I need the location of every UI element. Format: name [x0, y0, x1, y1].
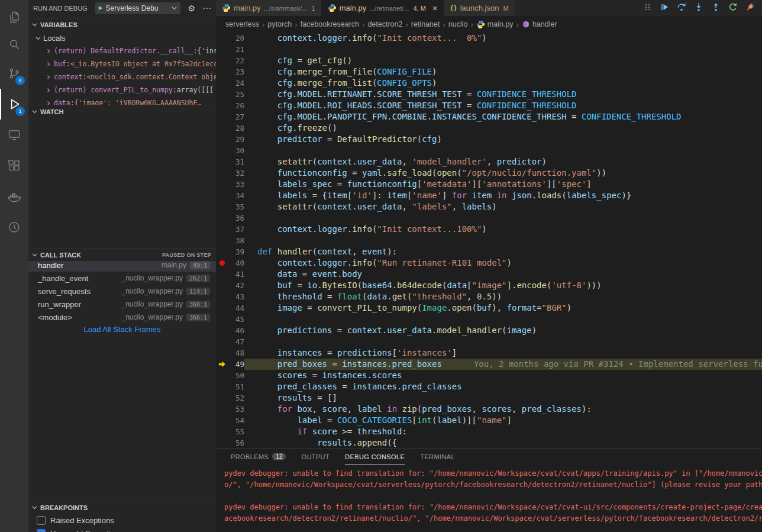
breadcrumb-item-nuclio[interactable]: nuclio — [448, 20, 468, 28]
code-line[interactable]: 30 — [216, 145, 762, 156]
debug-step-into-button[interactable] — [693, 2, 705, 15]
code-line[interactable]: 40 context.logger.info("Run retinanet-R1… — [216, 257, 762, 269]
debug-step-over-button[interactable] — [676, 2, 687, 15]
activity-item-search[interactable] — [0, 31, 28, 58]
gutter-space — [216, 336, 228, 347]
debug-continue-button[interactable] — [658, 2, 670, 15]
breadcrumb-item-detectron2[interactable]: detectron2 — [367, 20, 402, 28]
code-line[interactable]: 31 setattr(context.user_data, 'model_han… — [216, 156, 762, 167]
watch-section-header[interactable]: WATCH — [28, 105, 216, 118]
code-line[interactable]: 55 if score >= threshold: — [216, 426, 762, 437]
stack-frame[interactable]: <module>_nuclio_wrapper.py366:1 — [28, 311, 216, 324]
breadcrumb-item-main.py[interactable]: main.py — [476, 20, 514, 29]
breadcrumb-item-handler[interactable]: handler — [522, 20, 557, 28]
code-line[interactable]: 44 image = convert_PIL_to_numpy(Image.op… — [216, 302, 762, 314]
gear-icon[interactable]: ⚙ — [188, 4, 195, 13]
tab-main.py[interactable]: main.py.../retinanet/...4, M× — [322, 0, 444, 16]
code-line[interactable]: 46 predictions = context.user_data.model… — [216, 325, 762, 336]
code-line[interactable]: 22 cfg = get_cfg() — [216, 55, 762, 66]
variable-row[interactable]: (return) DefaultPredictor.__call__: {'in… — [28, 44, 216, 57]
more-actions-icon[interactable]: ⋯ — [202, 3, 211, 14]
code-line[interactable]: 37 context.logger.info("Init context...1… — [216, 224, 762, 235]
debug-restart-button[interactable] — [727, 2, 739, 15]
variable-row[interactable]: buf: <_io.BytesIO object at 0x7f5a2dc1ec… — [28, 57, 216, 70]
code-line[interactable]: 29 predictor = DefaultPredictor(cfg) — [216, 134, 762, 145]
breakpoint-row[interactable]: ✓Uncaught Exceptions — [28, 527, 216, 532]
load-all-stack-frames-link[interactable]: Load All Stack Frames — [28, 325, 216, 334]
breadcrumb-item-serverless[interactable]: serverless — [225, 20, 259, 28]
variable-row[interactable]: context: <nuclio_sdk.context.Context obj… — [28, 70, 216, 83]
code-line[interactable]: 42 buf = io.BytesIO(base64.b64decode(dat… — [216, 280, 762, 291]
code-line[interactable]: 38 — [216, 235, 762, 246]
panel-tab-terminal[interactable]: TERMINAL — [420, 449, 455, 465]
tab-main.py[interactable]: main.py.../siammask/...1 — [216, 0, 322, 16]
activity-item-source-control[interactable]: 8 — [0, 58, 28, 89]
activity-item-remote-explorer[interactable] — [0, 120, 28, 150]
breakpoint-label: Raised Exceptions — [50, 516, 114, 525]
code-line[interactable]: 43 threshold = float(data.get("threshold… — [216, 291, 762, 302]
code-line[interactable]: 53 for box, score, label in zip(pred_box… — [216, 404, 762, 415]
breakpoint-icon[interactable] — [216, 257, 228, 269]
checkbox[interactable]: ✓ — [37, 529, 46, 532]
code-line[interactable]: 34 labels = {item['id']: item['name'] fo… — [216, 190, 762, 201]
code-line[interactable]: 23 cfg.merge_from_file(CONFIG_FILE) — [216, 66, 762, 78]
breadcrumb-item-retinanet[interactable]: retinanet — [411, 20, 440, 28]
code-line[interactable]: 33 labels_spec = functionconfig['metadat… — [216, 179, 762, 190]
activity-item-docker[interactable] — [0, 181, 28, 212]
variable-row[interactable]: data: {'image': 'iVBORw0KG…AAAANSUhE… — [28, 96, 216, 105]
breakpoints-section-header[interactable]: BREAKPOINTS — [28, 501, 216, 514]
breadcrumb-item-facebookresearch[interactable]: facebookresearch — [301, 20, 359, 28]
breakpoint-row[interactable]: Raised Exceptions — [28, 514, 216, 527]
checkbox[interactable] — [37, 516, 46, 525]
breadcrumb-item-pytorch[interactable]: pytorch — [267, 20, 292, 28]
debug-gripper-button[interactable] — [641, 2, 653, 15]
code-line[interactable]: 27 cfg.MODEL.PANOPTIC_FPN.COMBINE.INSTAN… — [216, 111, 762, 122]
debug-step-out-button[interactable] — [710, 2, 722, 15]
code-line[interactable]: 20 context.logger.info("Init context... … — [216, 33, 762, 44]
code-line[interactable]: 49 pred_boxes = instances.pred_boxesYou,… — [216, 359, 762, 370]
code-line[interactable]: 28 cfg.freeze() — [216, 122, 762, 134]
debug-current-line-arrow-icon[interactable] — [216, 359, 228, 370]
activity-item-explorer[interactable] — [0, 4, 28, 31]
debug-config-dropdown[interactable]: ▶ Serverless Debu — [95, 2, 181, 14]
tab-launch.json[interactable]: {}launch.jsonM — [444, 0, 515, 16]
debug-sidebar: RUN AND DEBUG ▶ Serverless Debu ⚙ ⋯ VARI… — [28, 0, 216, 532]
debug-disconnect-button[interactable] — [744, 2, 756, 15]
code-line[interactable]: 39def handler(context, event): — [216, 246, 762, 257]
activity-item-run-and-debug[interactable]: 1 — [0, 89, 28, 120]
code-line[interactable]: 56 results.append({ — [216, 437, 762, 448]
code-line[interactable]: 51 pred_classes = instances.pred_classes — [216, 381, 762, 392]
code-line[interactable]: 48 instances = predictions['instances'] — [216, 347, 762, 359]
code-line[interactable]: 47 — [216, 336, 762, 347]
code-line[interactable]: 26 cfg.MODEL.ROI_HEADS.SCORE_THRESH_TEST… — [216, 100, 762, 111]
step-into-icon — [694, 2, 703, 14]
panel-tab-debug-console[interactable]: DEBUG CONSOLE — [345, 449, 405, 465]
code-line[interactable]: 36 — [216, 212, 762, 224]
code-text: instances = predictions['instances'] — [244, 347, 762, 359]
code-line[interactable]: 35 setattr(context.user_data, "labels", … — [216, 201, 762, 212]
code-line[interactable]: 24 cfg.merge_from_list(CONFIG_OPTS) — [216, 78, 762, 89]
panel-tab-output[interactable]: OUTPUT — [301, 449, 330, 465]
breadcrumb-label: main.py — [487, 20, 514, 28]
code-line[interactable]: 32 functionconfig = yaml.safe_load(open(… — [216, 167, 762, 179]
variable-row[interactable]: (return) convert_PIL_to_numpy: array([[[… — [28, 83, 216, 96]
stack-frame[interactable]: _handle_event_nuclio_wrapper.py262:1 — [28, 272, 216, 285]
panel-tab-problems[interactable]: PROBLEMS12 — [231, 449, 286, 465]
close-icon[interactable]: × — [432, 4, 438, 12]
code-line[interactable]: 50 scores = instances.scores — [216, 370, 762, 381]
code-line[interactable]: 41 data = event.body — [216, 269, 762, 280]
stack-frame[interactable]: run_wrapper_nuclio_wrapper.py360:1 — [28, 298, 216, 311]
variables-section-header[interactable]: VARIABLES — [28, 18, 216, 31]
activity-item-extensions[interactable] — [0, 150, 28, 181]
stack-frame[interactable]: serve_requests_nuclio_wrapper.py114:1 — [28, 285, 216, 298]
code-line[interactable]: 54 label = COCO_CATEGORIES[int(label)]["… — [216, 415, 762, 426]
code-line[interactable]: 21 — [216, 44, 762, 55]
code-line[interactable]: 25 cfg.MODEL.RETINANET.SCORE_THRESH_TEST… — [216, 89, 762, 100]
scope-locals[interactable]: Locals — [28, 31, 216, 44]
code-line[interactable]: 52 results = [] — [216, 392, 762, 404]
start-debugging-icon[interactable]: ▶ — [99, 5, 103, 11]
activity-item-profiler[interactable] — [0, 212, 28, 243]
code-line[interactable]: 45 — [216, 314, 762, 325]
line-number: 55 — [228, 426, 244, 437]
call-stack-section-header[interactable]: CALL STACK PAUSED ON STEP — [28, 248, 216, 261]
